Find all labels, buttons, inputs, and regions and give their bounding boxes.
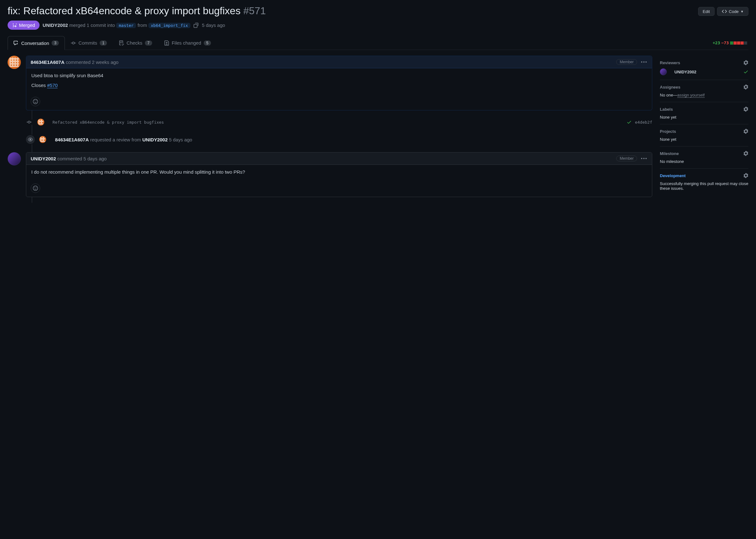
merge-time: 5 days ago <box>202 23 225 28</box>
development-body: Successfully merging this pull request m… <box>660 181 748 191</box>
event-time[interactable]: 5 days ago <box>169 137 192 142</box>
gear-icon[interactable] <box>743 129 748 134</box>
check-icon <box>743 69 748 74</box>
gear-icon[interactable] <box>743 151 748 156</box>
commit-row[interactable]: Refactored xB64encode & proxy import bug… <box>8 116 652 128</box>
comment-body: Used btoa to simplify srun Base64 Closes… <box>26 68 652 97</box>
comment-box: 84634E1A607A commented 2 weeks ago Membe… <box>26 56 652 111</box>
comment-menu-button[interactable]: ••• <box>641 59 647 64</box>
copy-branch-icon[interactable] <box>193 23 199 28</box>
reviewer-row[interactable]: UNIDY2002 <box>660 68 748 75</box>
pr-number: #571 <box>243 5 266 17</box>
comment-time[interactable]: 5 days ago <box>84 156 107 161</box>
avatar[interactable] <box>39 136 46 143</box>
tab-conversation[interactable]: Conversation3 <box>8 36 65 50</box>
gear-icon[interactable] <box>743 60 748 65</box>
timeline-event: 84634E1A607A requested a review from UNI… <box>8 132 652 146</box>
file-diff-icon <box>164 40 169 45</box>
pr-title: fix: Refactored xB64encode & proxy impor… <box>8 5 266 17</box>
diff-squares <box>730 41 747 44</box>
comment-meta: UNIDY2002 commented 5 days ago <box>31 156 107 161</box>
state-badge: Merged <box>8 21 39 30</box>
event-target[interactable]: UNIDY2002 <box>142 137 168 142</box>
assignees-body: No one—assign yourself <box>660 93 748 98</box>
projects-body: None yet <box>660 137 748 142</box>
sidebar-assignees-title: Assignees <box>660 85 680 90</box>
comment-meta: 84634E1A607A commented 2 weeks ago <box>31 59 118 65</box>
comment-time[interactable]: 2 weeks ago <box>92 59 118 65</box>
avatar[interactable] <box>8 56 21 69</box>
event-actor[interactable]: 84634E1A607A <box>55 137 89 142</box>
commit-hash[interactable]: e4deb2f <box>635 120 652 125</box>
comment-menu-button[interactable]: ••• <box>641 156 647 161</box>
caret-down-icon: ▼ <box>740 10 744 13</box>
smiley-icon <box>33 186 38 191</box>
role-badge: Member <box>616 156 637 161</box>
check-icon[interactable] <box>627 119 632 125</box>
comment-body: I do not recommend implementing multiple… <box>26 165 652 184</box>
merge-icon <box>12 23 17 28</box>
git-commit-icon <box>27 119 34 125</box>
gear-icon[interactable] <box>743 84 748 90</box>
sidebar-projects-title: Projects <box>660 129 676 134</box>
sidebar-development-title[interactable]: Development <box>660 173 686 178</box>
avatar <box>660 68 667 75</box>
diffstat[interactable]: +23 −73 <box>713 40 748 45</box>
commit-message[interactable]: Refactored xB64encode & proxy import bug… <box>52 120 624 125</box>
tab-checks[interactable]: Checks7 <box>113 36 158 50</box>
issue-link[interactable]: #570 <box>47 83 57 88</box>
comment-author[interactable]: 84634E1A607A <box>31 59 64 65</box>
avatar[interactable] <box>8 152 21 165</box>
sidebar-reviewers-title: Reviewers <box>660 60 680 65</box>
sidebar-labels-title: Labels <box>660 107 673 112</box>
eye-icon <box>25 134 36 145</box>
merge-meta: UNIDY2002 merged 1 commit into master fr… <box>43 23 190 28</box>
checklist-icon <box>119 40 124 45</box>
avatar[interactable] <box>37 118 44 125</box>
gear-icon[interactable] <box>743 173 748 178</box>
milestone-body: No milestone <box>660 159 748 164</box>
labels-body: None yet <box>660 115 748 119</box>
add-reaction-button[interactable] <box>31 184 40 193</box>
smiley-icon <box>33 99 38 104</box>
edit-button[interactable]: Edit <box>698 7 715 16</box>
gear-icon[interactable] <box>743 107 748 112</box>
comment-author[interactable]: UNIDY2002 <box>31 156 56 161</box>
code-dropdown-button[interactable]: Code ▼ <box>717 7 748 16</box>
code-icon <box>722 9 727 14</box>
add-reaction-button[interactable] <box>31 97 40 106</box>
tab-files-changed[interactable]: Files changed5 <box>158 36 217 50</box>
git-commit-icon <box>71 40 76 45</box>
role-badge: Member <box>616 59 637 65</box>
tab-commits[interactable]: Commits1 <box>65 36 113 50</box>
head-branch[interactable]: xb64_import_fix <box>148 23 190 28</box>
comment-discussion-icon <box>14 40 19 45</box>
base-branch[interactable]: master <box>116 23 136 28</box>
comment-box: UNIDY2002 commented 5 days ago Member ••… <box>26 152 652 197</box>
assign-yourself-link[interactable]: assign yourself <box>677 93 705 98</box>
sidebar-milestone-title: Milestone <box>660 151 679 156</box>
